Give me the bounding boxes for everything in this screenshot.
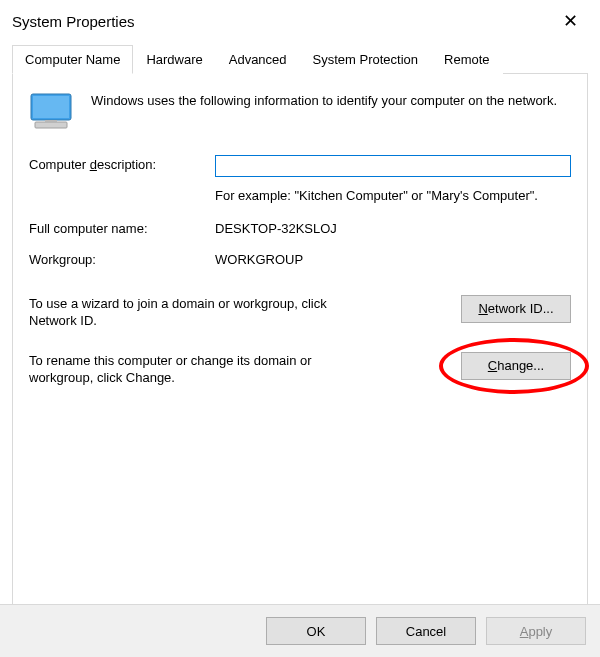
tab-hardware[interactable]: Hardware bbox=[133, 45, 215, 74]
change-text: To rename this computer or change its do… bbox=[29, 352, 369, 387]
computer-description-hint: For example: "Kitchen Computer" or "Mary… bbox=[215, 187, 571, 205]
network-id-text: To use a wizard to join a domain or work… bbox=[29, 295, 369, 330]
svg-rect-2 bbox=[35, 122, 67, 128]
svg-rect-1 bbox=[33, 96, 69, 118]
dialog-footer: OK Cancel Apply bbox=[0, 604, 600, 657]
cancel-button[interactable]: Cancel bbox=[376, 617, 476, 645]
svg-rect-3 bbox=[45, 120, 57, 122]
apply-button: Apply bbox=[486, 617, 586, 645]
workgroup-label: Workgroup: bbox=[29, 250, 209, 267]
intro-text: Windows uses the following information t… bbox=[91, 92, 571, 110]
window-title: System Properties bbox=[12, 13, 135, 30]
tab-remote[interactable]: Remote bbox=[431, 45, 503, 74]
monitor-icon bbox=[29, 92, 77, 137]
tab-system-protection[interactable]: System Protection bbox=[300, 45, 432, 74]
tab-advanced[interactable]: Advanced bbox=[216, 45, 300, 74]
change-button[interactable]: Change... bbox=[461, 352, 571, 380]
network-id-button[interactable]: Network ID... bbox=[461, 295, 571, 323]
tab-computer-name[interactable]: Computer Name bbox=[12, 45, 133, 74]
full-computer-name-value: DESKTOP-32KSLOJ bbox=[215, 219, 571, 236]
full-computer-name-label: Full computer name: bbox=[29, 219, 209, 236]
ok-button[interactable]: OK bbox=[266, 617, 366, 645]
workgroup-value: WORKGROUP bbox=[215, 250, 571, 267]
computer-description-input[interactable] bbox=[215, 155, 571, 177]
tabstrip: Computer Name Hardware Advanced System P… bbox=[12, 44, 588, 74]
close-icon[interactable]: ✕ bbox=[553, 8, 588, 34]
tab-panel-computer-name: Windows uses the following information t… bbox=[12, 74, 588, 606]
computer-description-label: Computer description: bbox=[29, 155, 209, 172]
